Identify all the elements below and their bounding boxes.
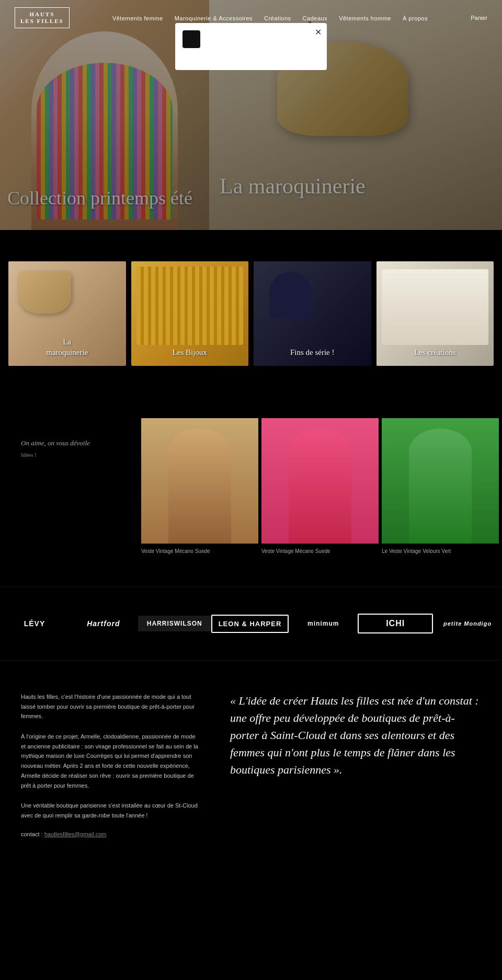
brand-minimum: minimum — [289, 614, 358, 633]
nav-maroquinerie[interactable]: Maroquinerie & Accessoires — [175, 15, 253, 21]
footer-right: « L'idée de créer Hauts les filles est n… — [230, 692, 481, 837]
product-image-2 — [261, 418, 379, 544]
products-section: On aime, on vous dévoile Idées ! Veste V… — [0, 397, 502, 586]
footer-quote: « L'idée de créer Hauts les filles est n… — [230, 692, 481, 778]
products-tagline: On aime, on vous dévoile Idées ! — [0, 418, 141, 458]
spacer-1 — [0, 230, 502, 261]
product-title-1: Veste Vintage Mécano Suede — [141, 548, 258, 555]
brand-petite-mondigo: petite Mondigo — [433, 614, 502, 633]
brands-section: LÉVY Hartford HARRISWILSON LEON & HARPER… — [0, 586, 502, 661]
cat-label-creations: Les créations — [376, 348, 494, 358]
brand-leon-harper: LEON & HARPER — [211, 615, 289, 633]
footer-contact: contact : hautlesfilles@gmail.com — [21, 831, 199, 837]
nav-vetements-femme[interactable]: Vêtements femme — [112, 15, 163, 21]
brand-hartford: Hartford — [69, 613, 138, 634]
footer-about-1: Hauts les filles, c'est l'histoire d'une… — [21, 692, 199, 721]
tagline-sub: Idées ! — [21, 452, 131, 458]
product-title-3: Le Veste Vintage Velours Vert — [382, 548, 499, 555]
nav-links: Vêtements femme Maroquinerie & Accessoir… — [112, 13, 428, 22]
brand-levy: LÉVY — [0, 613, 69, 634]
product-title-2: Veste Vintage Mécano Suede — [261, 548, 379, 555]
footer-section: Hauts les filles, c'est l'histoire d'une… — [0, 661, 502, 858]
product-image-1 — [141, 418, 258, 544]
nav-creations[interactable]: Créations — [264, 15, 291, 21]
nav-a-propos[interactable]: À propos — [403, 15, 428, 21]
cat-label-fins-serie: Fins de série ! — [254, 348, 371, 358]
brand-harriswilson: HARRISWILSON — [138, 616, 211, 631]
tagline-title: On aime, on vous dévoile — [21, 439, 131, 447]
footer-about-3: Une véritable boutique parisienne s'est … — [21, 801, 199, 820]
brand-logo[interactable]: HAUTS LES FILLES — [15, 7, 70, 28]
category-item-creations[interactable]: Les créations — [376, 261, 494, 366]
category-item-fins-serie[interactable]: Fins de série ! — [254, 261, 371, 366]
cat-label-bijoux: Les Bijoux — [131, 348, 249, 358]
product-image-3 — [382, 418, 499, 544]
product-item-2[interactable]: Veste Vintage Mécano Suede — [261, 418, 379, 555]
main-nav: HAUTS LES FILLES Vêtements femme Maroqui… — [0, 0, 502, 36]
category-grid: Lamaroquinerie Les Bijoux Fins de série … — [0, 261, 502, 397]
brand-ichi: ICHI — [358, 614, 433, 633]
footer-left: Hauts les filles, c'est l'histoire d'une… — [21, 692, 199, 837]
nav-vetements-homme[interactable]: Vêtements homme — [339, 15, 391, 21]
products-grid: Veste Vintage Mécano Suede Veste Vintage… — [141, 418, 502, 555]
product-item-1[interactable]: Veste Vintage Mécano Suede — [141, 418, 258, 555]
product-item-3[interactable]: Le Veste Vintage Velours Vert — [382, 418, 499, 555]
footer-about-2: À l'origine de ce projet, Armelle, clodo… — [21, 732, 199, 790]
cat-label-maroquinerie: Lamaroquinerie — [8, 337, 126, 358]
nav-cadeaux[interactable]: Cadeaux — [303, 15, 328, 21]
category-item-bijoux[interactable]: Les Bijoux — [131, 261, 249, 366]
cart-button[interactable]: Panier — [471, 15, 487, 21]
contact-label: contact : — [21, 831, 43, 837]
category-item-maroquinerie[interactable]: Lamaroquinerie — [8, 261, 126, 366]
footer-email[interactable]: hautlesfilles@gmail.com — [44, 831, 107, 837]
